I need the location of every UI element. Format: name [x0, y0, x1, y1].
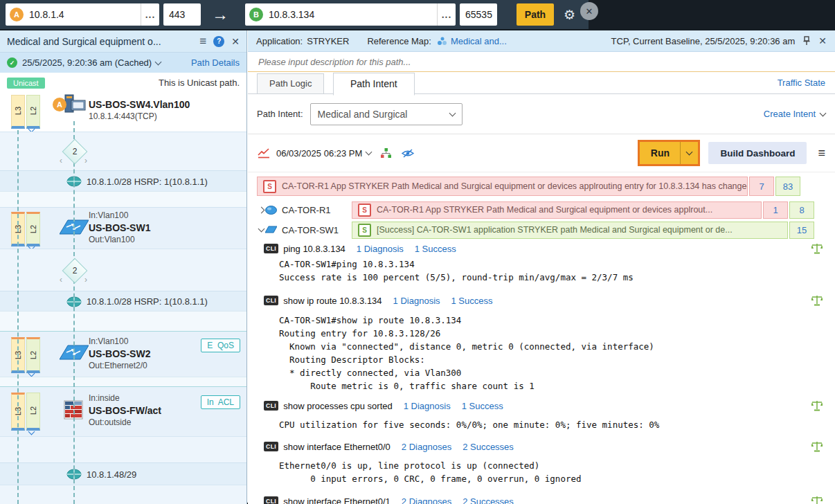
qos-tag[interactable]: E QoS	[201, 339, 240, 352]
path-map-panel: Medical and Surgical equipment o... ≡ ? …	[0, 30, 247, 504]
status-s-icon: S	[263, 180, 276, 193]
diagnosis-link[interactable]: 2 Diagnoses	[402, 496, 451, 504]
menu-icon[interactable]: ≡	[199, 35, 206, 48]
diagnosis-link[interactable]: 2 Diagnoses	[402, 442, 451, 452]
endpoint-b-more-button[interactable]: ...	[437, 3, 456, 26]
compare-scale-icon[interactable]	[811, 243, 823, 254]
unicast-row: Unicast This is Unicast path.	[0, 73, 246, 93]
compare-scale-icon[interactable]	[811, 400, 823, 411]
alert-count[interactable]: 1	[763, 201, 788, 219]
out-interface: Out:outside	[89, 417, 161, 429]
close-query-icon[interactable]: ✕	[580, 2, 598, 20]
pin-icon[interactable]	[803, 36, 810, 46]
network-row-3[interactable]: 10.8.1.48/29	[0, 462, 246, 485]
cli-output: Ethernet0/0 is up, line protocol is up (…	[279, 459, 835, 485]
help-icon[interactable]: ?	[213, 36, 224, 47]
tree-device-name[interactable]: CA-TOR-SW1	[282, 225, 339, 235]
out-interface: Out:Ethernet2/0	[89, 360, 150, 372]
compare-scale-icon[interactable]	[811, 441, 823, 452]
device-row-3[interactable]: L3 L2 In:Vlan100 US-BOS-SW2 Out:Ethernet…	[0, 331, 246, 377]
path-segment	[0, 191, 246, 208]
success-link[interactable]: 1 Success	[415, 244, 456, 254]
success-count[interactable]: 8	[789, 201, 814, 219]
path-details-link[interactable]: Path Details	[191, 57, 240, 68]
create-intent-link[interactable]: Create Intent	[764, 109, 825, 119]
success-link[interactable]: 2 Successes	[463, 496, 514, 504]
cli-icon: CLI	[264, 244, 278, 253]
reference-map-link[interactable]: Medical and...	[451, 36, 507, 46]
tree-device-name[interactable]: CA-TOR-R1	[282, 205, 331, 215]
app-window: A 10.8.1.4 ... 443 → B 10.8.3.134 ... 65…	[0, 0, 835, 504]
device-name[interactable]: US-BOS-SW1	[89, 222, 150, 234]
intent-results: S CA-TOR-R1 App STRYKER Path Medical and…	[248, 177, 835, 504]
run-button[interactable]: Run	[640, 142, 698, 164]
network-row-2[interactable]: 10.8.1.0/28 HSRP: 1(10.8.1.1)	[0, 291, 246, 312]
device-name[interactable]: US-BOS-FW/act	[89, 404, 161, 417]
endpoint-b-ip[interactable]: 10.8.3.134	[269, 9, 437, 20]
description-input[interactable]	[257, 56, 788, 68]
endpoint-a-input[interactable]: A 10.8.1.4 ...	[6, 3, 159, 26]
close-icon[interactable]: ✕	[231, 36, 240, 47]
path-query-bar: A 10.8.1.4 ... 443 → B 10.8.3.134 ... 65…	[0, 0, 589, 29]
compare-scale-icon[interactable]	[811, 496, 823, 504]
endpoint-a-more-button[interactable]: ...	[141, 3, 159, 26]
path-intent-select[interactable]: Medical and Surgical	[310, 103, 463, 125]
path-intent-label: Path Intent:	[257, 109, 303, 119]
port-a-input[interactable]: 443	[163, 3, 201, 26]
device-tree-row[interactable]: CA-TOR-R1 S CA-TOR-R1 App STRYKER Path M…	[257, 201, 835, 219]
l2-tab[interactable]: L2	[26, 393, 40, 431]
result-datetime[interactable]: 06/03/2025 06:23 PM	[276, 148, 362, 159]
tab-path-intent[interactable]: Path Intent	[333, 73, 415, 96]
success-link[interactable]: 1 Success	[462, 401, 503, 411]
chevron-down-icon[interactable]	[366, 149, 372, 156]
run-dropdown-button[interactable]	[681, 142, 698, 164]
alert-summary-bar[interactable]: S CA-TOR-R1 App STRYKER Path Medical and…	[257, 177, 800, 196]
device-name[interactable]: US-BOS-SW2	[89, 348, 150, 360]
compare-scale-icon[interactable]	[811, 295, 823, 306]
path-timestamp[interactable]: 25/5/2025, 9:20:36 am (Cached)	[22, 57, 152, 68]
eye-hide-icon[interactable]	[401, 148, 415, 159]
network-row-1[interactable]: 10.8.1.0/28 HSRP: 1(10.8.1.1)	[0, 170, 246, 192]
device-row-1[interactable]: L3 L2 A US-BOS-SW4.Vlan100 10.8.1.4:443(…	[0, 92, 246, 132]
device-name[interactable]: US-BOS-SW4.Vlan100	[89, 98, 190, 111]
diagnosis-link[interactable]: 1 Diagnosis	[357, 244, 404, 254]
acl-tag[interactable]: In ACL	[201, 395, 240, 409]
traffic-state-link[interactable]: Traffic State	[778, 78, 825, 88]
hop-arrow-right-icon: ›	[84, 156, 87, 165]
path-button[interactable]: Path	[517, 3, 554, 26]
port-b-input[interactable]: 65535	[460, 3, 497, 26]
cli-command-row: CLI show ip route 10.8.3.134 1 Diagnosis…	[264, 294, 827, 307]
arrow-icon: →	[212, 5, 228, 24]
device-tree-row[interactable]: CA-TOR-SW1 S [Success] CA-TOR-SW1 applic…	[257, 221, 835, 239]
hierarchy-icon[interactable]	[381, 148, 391, 159]
success-count[interactable]: 83	[775, 177, 800, 196]
l3-tab[interactable]: L3	[11, 95, 25, 129]
diagnosis-link[interactable]: 1 Diagnosis	[404, 401, 451, 411]
device-alert-bar[interactable]: S CA-TOR-R1 App STRYKER Path Medical and…	[352, 201, 814, 219]
device-row-2[interactable]: L3 L2 In:Vlan100 US-BOS-SW1 Out:Vlan100	[0, 207, 246, 249]
build-dashboard-button[interactable]: Build Dashboard	[708, 142, 807, 164]
success-count[interactable]: 15	[789, 222, 814, 239]
map-icon	[437, 37, 448, 45]
l2-tab[interactable]: L2	[26, 337, 40, 373]
more-menu-icon[interactable]: ≡	[818, 146, 825, 161]
l2-tab[interactable]: L2	[26, 212, 40, 246]
cli-output: CA-TOR-SW1#show ip route 10.8.3.134 Rout…	[279, 314, 835, 393]
l2-tab[interactable]: L2	[26, 95, 40, 129]
diagnosis-link[interactable]: 1 Diagnosis	[393, 296, 440, 306]
device-row-4[interactable]: L3 L2 In:inside US-BOS-FW/act Out:outsid…	[0, 386, 246, 437]
chart-icon[interactable]	[257, 147, 271, 159]
alert-count[interactable]: 7	[749, 177, 774, 196]
success-link[interactable]: 2 Successes	[463, 442, 514, 452]
success-link[interactable]: 1 Success	[451, 296, 493, 306]
endpoint-b-input[interactable]: B 10.8.3.134 ...	[245, 3, 456, 26]
gear-icon[interactable]: ⚙	[564, 7, 575, 23]
tab-path-logic[interactable]: Path Logic	[257, 73, 324, 94]
endpoint-a-ip[interactable]: 10.8.1.4	[29, 9, 141, 20]
endpoint-a-badge: A	[10, 8, 24, 21]
chevron-down-icon[interactable]	[155, 58, 162, 65]
device-success-bar[interactable]: S [Success] CA-TOR-SW1 application STRYK…	[352, 222, 814, 239]
close-panel-icon[interactable]: ✕	[818, 35, 827, 46]
path-diagram: L3 L2 A US-BOS-SW4.Vlan100 10.8.1.4:443(…	[0, 92, 246, 504]
in-interface: In:Vlan100	[89, 210, 150, 222]
